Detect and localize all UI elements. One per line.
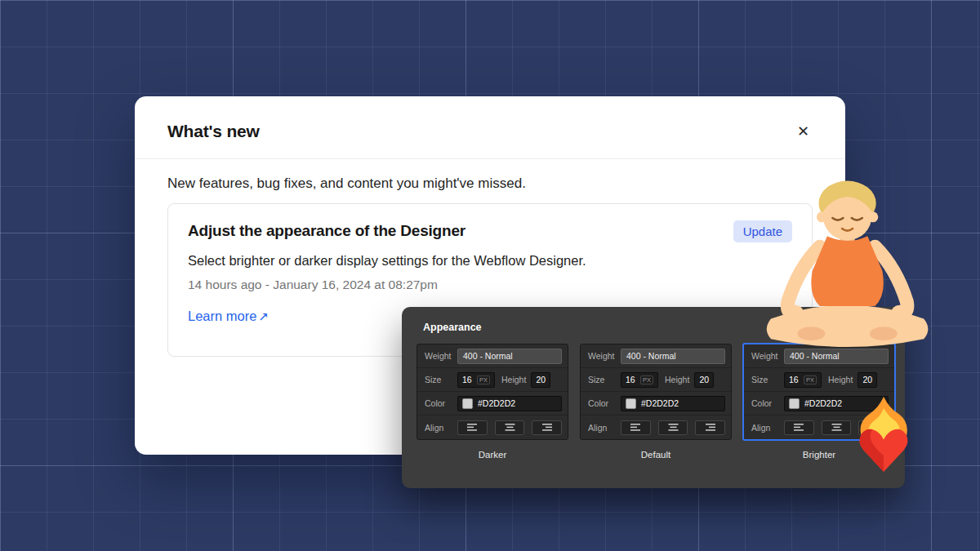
appearance-panel: Appearance Weight 400 - Normal Size 16PX… [402,307,905,488]
appearance-option-brighter[interactable]: Weight 400 - Normal Size 16PX Height 20 … [743,344,895,460]
blueprint-background: What's new ✕ New features, bug fixes, an… [0,0,980,551]
theme-preview-default: Weight 400 - Normal Size 16PX Height 20 … [580,344,732,440]
weight-row: Weight 400 - Normal [581,344,731,368]
align-left-icon [457,420,488,435]
align-row: Align [581,415,731,439]
height-input: 20 [531,372,550,388]
size-label: Size [588,375,621,384]
height-label: Height [828,375,853,384]
color-swatch [789,398,800,409]
size-value: 16 [789,375,799,384]
weight-value: 400 - Normal [463,351,513,361]
height-input: 20 [858,372,877,388]
align-label: Align [751,423,784,433]
weight-label: Weight [751,351,784,361]
weight-row: Weight 400 - Normal [417,344,568,368]
height-label: Height [501,375,526,384]
feature-title: Adjust the appearance of the Designer [188,222,792,240]
color-value: #D2D2D2 [478,398,515,408]
color-value: #D2D2D2 [804,398,842,408]
color-swatch [462,398,473,409]
modal-subtitle: New features, bug fixes, and content you… [167,176,813,192]
option-caption-darker: Darker [416,450,568,460]
align-buttons [457,420,562,435]
color-swatch [626,398,636,409]
align-center-icon [495,420,525,435]
color-row: Color #D2D2D2 [581,392,731,415]
weight-value: 400 - Normal [626,351,676,361]
size-label: Size [425,375,457,384]
color-label: Color [425,398,457,408]
color-value: #D2D2D2 [641,398,679,408]
height-input: 20 [694,372,714,388]
align-right-icon [532,420,562,435]
feature-description: Select brighter or darker display settin… [188,253,792,269]
theme-preview-darker: Weight 400 - Normal Size 16PX Height 20 … [416,344,568,440]
align-buttons [621,420,725,435]
appearance-option-darker[interactable]: Weight 400 - Normal Size 16PX Height 20 … [416,344,568,460]
color-label: Color [588,398,621,408]
px-unit: PX [804,375,817,384]
learn-more-label: Learn more [188,309,256,323]
option-caption-brighter: Brighter [743,450,895,460]
feature-timestamp: 14 hours ago - January 16, 2024 at 08:27… [188,278,792,292]
height-value: 20 [863,375,873,384]
align-row: Align [744,415,894,439]
color-row: Color #D2D2D2 [744,392,894,415]
close-icon[interactable]: ✕ [794,121,813,142]
weight-dropdown: 400 - Normal [784,349,889,364]
weight-label: Weight [425,351,457,361]
align-center-icon [658,420,688,435]
color-input: #D2D2D2 [457,396,562,411]
size-input: 16PX [621,372,658,388]
external-arrow-icon: ↗ [258,309,269,323]
weight-dropdown: 400 - Normal [621,349,725,364]
size-value: 16 [626,375,635,384]
size-input: 16PX [784,372,822,388]
size-row: Size 16PX Height 20 [581,368,731,392]
align-label: Align [425,423,457,433]
appearance-option-default[interactable]: Weight 400 - Normal Size 16PX Height 20 … [580,344,732,460]
learn-more-link[interactable]: Learn more↗ [188,309,269,324]
modal-header: What's new ✕ [135,96,845,159]
color-input: #D2D2D2 [784,396,889,411]
size-label: Size [751,375,784,384]
align-row: Align [417,415,568,439]
height-value: 20 [537,375,546,384]
option-caption-default: Default [580,450,732,460]
weight-row: Weight 400 - Normal [744,344,894,368]
size-value: 16 [462,375,472,384]
appearance-options: Weight 400 - Normal Size 16PX Height 20 … [416,344,893,460]
weight-dropdown: 400 - Normal [457,349,562,364]
size-input: 16PX [457,372,495,388]
px-unit: PX [640,375,653,384]
page-title: What's new [167,122,260,141]
px-unit: PX [477,375,490,384]
color-input: #D2D2D2 [621,396,725,411]
appearance-panel-title: Appearance [402,307,905,333]
align-right-icon [695,420,725,435]
color-row: Color #D2D2D2 [417,392,568,415]
weight-value: 400 - Normal [790,351,840,361]
height-value: 20 [700,375,710,384]
align-label: Align [588,423,621,433]
weight-label: Weight [588,351,621,361]
align-center-icon [822,420,852,435]
align-left-icon [621,420,651,435]
theme-preview-brighter: Weight 400 - Normal Size 16PX Height 20 … [742,343,896,441]
update-badge: Update [733,220,792,242]
align-right-icon [858,420,889,435]
align-buttons [784,420,889,435]
align-left-icon [784,420,814,435]
height-label: Height [665,375,689,384]
color-label: Color [751,398,784,408]
size-row: Size 16PX Height 20 [744,368,894,392]
size-row: Size 16PX Height 20 [417,368,568,392]
